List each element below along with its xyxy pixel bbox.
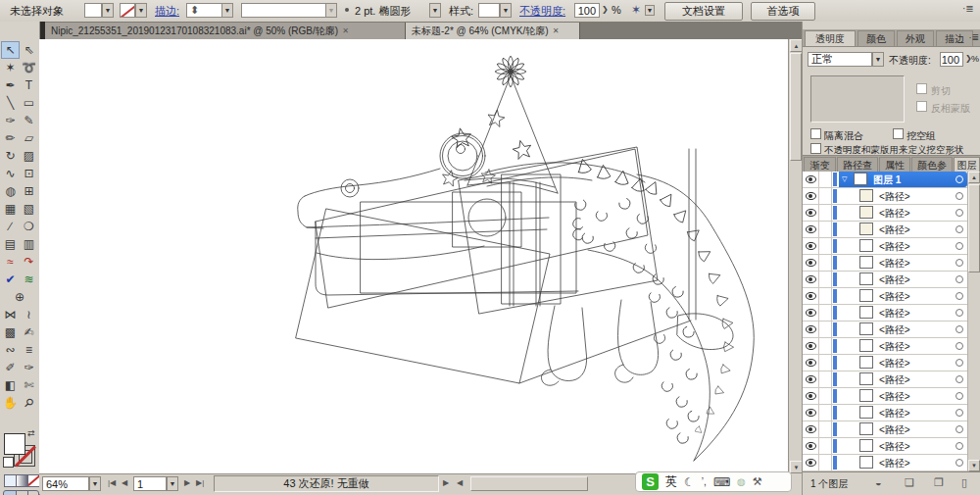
path-thumbnail[interactable] bbox=[859, 439, 873, 452]
blue-zigzag-tool[interactable]: ✔ bbox=[1, 271, 20, 288]
artboard-number-field[interactable]: 1 bbox=[133, 476, 167, 491]
zoom-level-dropdown[interactable]: 64% bbox=[42, 476, 89, 491]
lock-column[interactable] bbox=[818, 238, 832, 254]
target-circle[interactable] bbox=[956, 375, 963, 383]
symbol-sprayer-tool[interactable]: ▤ bbox=[1, 235, 20, 253]
layers-scroll-down[interactable]: ▼ bbox=[968, 460, 980, 471]
grid-chart-tool[interactable]: ▩ bbox=[1, 323, 20, 341]
red-arc-tool[interactable]: ↷ bbox=[20, 253, 38, 271]
layer-row[interactable]: <路径> bbox=[803, 388, 980, 405]
preferences-button[interactable]: 首选项 bbox=[751, 2, 815, 21]
paintbrush-tool[interactable]: ✑ bbox=[1, 112, 20, 129]
layer-row-selected[interactable]: ▽ 图层 1 bbox=[803, 172, 980, 188]
zoom-dropdown-arrow[interactable]: ▼ bbox=[89, 476, 101, 491]
next-page-icon[interactable]: ▶ bbox=[184, 478, 190, 487]
layer-row[interactable]: <路径> bbox=[803, 371, 980, 388]
prev-page-icon[interactable]: ◀ bbox=[122, 478, 127, 487]
delete-layer-icon[interactable]: ▯ bbox=[961, 476, 967, 489]
stroke-dropdown-arrow[interactable]: ▼ bbox=[135, 3, 147, 18]
opacity-link[interactable]: 不透明度: bbox=[519, 4, 565, 19]
layer-row[interactable]: <路径> bbox=[803, 421, 980, 438]
canvas-vscrollbar[interactable]: ▲ ▼ bbox=[788, 39, 803, 473]
direct-selection-tool[interactable]: ⇖ bbox=[20, 41, 38, 59]
lock-column[interactable] bbox=[818, 455, 832, 470]
target-circle[interactable] bbox=[956, 309, 963, 317]
tab-layers[interactable]: 图层 bbox=[954, 157, 980, 173]
vscroll-thumb[interactable] bbox=[790, 53, 802, 161]
path-label[interactable]: <路径> bbox=[879, 273, 910, 287]
opacity-field[interactable]: 100 bbox=[574, 3, 600, 18]
layers-scroll-up[interactable]: ▲ bbox=[968, 172, 980, 183]
visibility-eye-icon[interactable] bbox=[806, 342, 816, 350]
path-thumbnail[interactable] bbox=[859, 239, 873, 252]
path-thumbnail[interactable] bbox=[859, 322, 873, 335]
pencil-tool[interactable]: ✎ bbox=[20, 112, 38, 129]
layer-row[interactable]: <路径> bbox=[803, 305, 980, 322]
target-circle[interactable] bbox=[956, 209, 963, 217]
sogou-logo-icon[interactable]: S bbox=[642, 473, 659, 490]
visibility-eye-icon[interactable] bbox=[806, 309, 816, 317]
path-thumbnail[interactable] bbox=[859, 223, 873, 235]
fill-dropdown-arrow[interactable]: ▼ bbox=[102, 3, 114, 18]
control-panel-menu-icon[interactable]: ·≣ bbox=[962, 3, 974, 14]
artboard-dropdown-arrow[interactable]: ▼ bbox=[167, 476, 178, 491]
eyedropper-tool[interactable]: ∕ bbox=[1, 218, 20, 235]
ime-wrench-icon[interactable]: ⚒ bbox=[753, 475, 762, 488]
blob-brush-tool[interactable]: ✏ bbox=[1, 129, 20, 147]
target-circle[interactable] bbox=[956, 292, 963, 300]
path-thumbnail[interactable] bbox=[859, 456, 873, 469]
new-sublayer-icon[interactable]: ❏ bbox=[905, 476, 914, 489]
magic-wand-icon[interactable]: ✶ bbox=[631, 3, 641, 17]
selection-tool[interactable]: ↖ bbox=[1, 41, 20, 59]
brush-arrow[interactable]: ▼ bbox=[429, 3, 441, 18]
tab-close-icon[interactable]: ✕ bbox=[553, 26, 560, 35]
red-curve-tool[interactable]: ≈ bbox=[1, 253, 20, 271]
lasso-tool[interactable]: ➰ bbox=[20, 59, 38, 76]
visibility-eye-icon[interactable] bbox=[806, 175, 816, 183]
style-dropdown[interactable] bbox=[478, 3, 500, 18]
visibility-eye-icon[interactable] bbox=[806, 275, 816, 283]
rotate-tool[interactable]: ↻ bbox=[1, 147, 20, 165]
path-label[interactable]: <路径> bbox=[879, 407, 910, 421]
stroke-link[interactable]: 描边: bbox=[155, 4, 179, 19]
hscroll-left-arrow[interactable]: ◀ bbox=[457, 478, 463, 487]
path-label[interactable]: <路径> bbox=[879, 390, 910, 404]
path-label[interactable]: <路径> bbox=[879, 340, 910, 354]
target-circle[interactable] bbox=[956, 242, 963, 250]
clip-checkbox[interactable] bbox=[916, 83, 927, 94]
visibility-eye-icon[interactable] bbox=[806, 375, 816, 383]
stroke-swatch-none[interactable] bbox=[120, 3, 135, 18]
last-page-icon[interactable]: ▶| bbox=[196, 478, 204, 487]
lock-column[interactable] bbox=[818, 255, 832, 271]
tab-stroke[interactable]: 描边 bbox=[936, 30, 973, 46]
lock-column[interactable] bbox=[818, 288, 832, 304]
scale-tool[interactable]: ▨ bbox=[20, 147, 38, 165]
target-circle[interactable] bbox=[956, 192, 963, 200]
tab-appearance[interactable]: 外观 bbox=[897, 30, 934, 46]
path-thumbnail[interactable] bbox=[859, 339, 873, 352]
layers-scrollbar[interactable]: ▲ ▼ bbox=[967, 172, 980, 471]
document-setup-button[interactable]: 文档设置 bbox=[664, 2, 743, 21]
free-transform-tool[interactable]: ⊡ bbox=[20, 165, 38, 182]
target-circle[interactable] bbox=[956, 259, 963, 267]
path-label[interactable]: <路径> bbox=[879, 457, 910, 470]
measure-tool-2[interactable]: ✑ bbox=[20, 359, 38, 376]
type-tool[interactable]: T bbox=[20, 76, 38, 94]
layer-row[interactable]: <路径> bbox=[803, 322, 980, 338]
target-circle[interactable] bbox=[956, 225, 963, 233]
stroke-weight-arrow[interactable]: ▼ bbox=[221, 3, 233, 18]
path-label[interactable]: <路径> bbox=[879, 207, 910, 221]
document-tab-active[interactable]: 未标题-2* @ 64% (CMYK/轮廓) ✕ bbox=[406, 23, 580, 39]
wave-tool[interactable]: ≋ bbox=[20, 271, 38, 288]
path-label[interactable]: <路径> bbox=[879, 373, 910, 387]
panel-opacity-field[interactable]: 100 bbox=[940, 52, 963, 67]
layer-name[interactable]: 图层 1 bbox=[873, 173, 901, 187]
target-circle[interactable] bbox=[956, 459, 963, 467]
fill-swatch-dropdown[interactable] bbox=[84, 3, 102, 18]
pen-tool[interactable]: ✒ bbox=[1, 76, 20, 94]
path-label[interactable]: <路径> bbox=[879, 223, 910, 237]
path-label[interactable]: <路径> bbox=[879, 240, 910, 254]
layer-row[interactable]: <路径> bbox=[803, 255, 980, 272]
visibility-eye-icon[interactable] bbox=[806, 409, 816, 417]
swap-fill-stroke-icon[interactable]: ⇄ bbox=[27, 428, 35, 438]
